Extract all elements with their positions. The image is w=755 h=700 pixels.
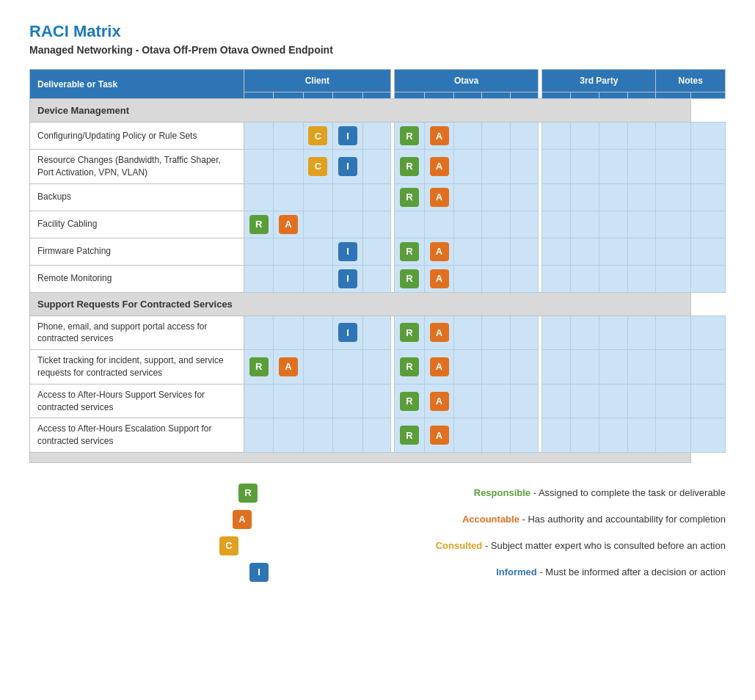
cell-content — [274, 384, 302, 418]
cell-content — [482, 350, 509, 384]
section-label: Support Requests For Contracted Services — [30, 292, 691, 316]
cell-content: R — [395, 316, 423, 350]
badge-A: A — [279, 357, 298, 376]
cell-content — [656, 211, 690, 238]
cell-content — [395, 211, 423, 238]
cell-content: A — [425, 238, 453, 265]
cell-content — [542, 350, 570, 384]
task-name: Access to After-Hours Escalation Support… — [30, 418, 244, 453]
otava-col-2 — [424, 92, 453, 99]
cell-content — [274, 184, 302, 211]
raci-cell — [690, 183, 725, 211]
cell-content — [542, 211, 570, 238]
cell-content — [628, 184, 656, 211]
raci-cell — [244, 150, 273, 184]
cell-content: A — [274, 211, 302, 238]
cell-content — [333, 418, 362, 452]
badge-R: R — [400, 242, 419, 261]
footer-spacer — [30, 452, 691, 462]
cell-content — [542, 316, 570, 350]
badge-A: A — [430, 126, 449, 145]
raci-cell: I — [333, 123, 362, 150]
cell-content — [363, 384, 390, 418]
cell-content — [454, 418, 481, 452]
otava-group-header: Otava — [395, 70, 538, 92]
raci-cell: R — [395, 350, 424, 384]
cell-content — [454, 238, 481, 265]
raci-cell — [454, 123, 482, 150]
cell-content — [571, 123, 599, 149]
raci-cell — [656, 211, 690, 238]
raci-cell — [244, 238, 273, 265]
raci-cell — [362, 150, 390, 184]
raci-cell — [454, 350, 482, 384]
badge-C: C — [308, 157, 327, 176]
raci-cell — [599, 150, 627, 184]
cell-content: I — [333, 266, 362, 292]
page-title: RACI Matrix — [29, 22, 726, 41]
cell-content: R — [244, 350, 273, 384]
raci-cell — [244, 418, 273, 453]
cell-content: R — [395, 238, 423, 265]
raci-cell — [244, 265, 273, 292]
cell-content — [454, 350, 481, 384]
raci-cell — [510, 316, 538, 350]
raci-cell — [656, 265, 690, 292]
cell-content — [628, 211, 656, 238]
badge-I: I — [338, 323, 357, 342]
cell-content — [542, 238, 570, 265]
section-header-row: Device Management — [30, 99, 726, 123]
cell-content — [304, 211, 332, 238]
raci-cell — [244, 183, 273, 211]
raci-cell — [454, 211, 482, 238]
cell-content — [454, 184, 481, 211]
cell-content — [571, 266, 599, 292]
cell-content: A — [425, 384, 453, 418]
cell-content — [482, 184, 509, 211]
cell-content — [542, 384, 570, 418]
raci-cell — [690, 316, 725, 350]
client-col-4 — [333, 92, 362, 99]
legend-text-I: Informed - Must be informed after a deci… — [496, 566, 726, 577]
raci-cell — [571, 238, 599, 265]
raci-cell — [656, 183, 690, 211]
cell-content: C — [304, 123, 332, 149]
raci-cell — [571, 265, 599, 292]
cell-content — [244, 123, 273, 149]
legend-text-A: Accountable - Has authority and accounta… — [462, 514, 726, 525]
badge-A: A — [430, 242, 449, 261]
raci-cell — [542, 150, 571, 184]
cell-content — [511, 266, 538, 292]
cell-content — [244, 150, 273, 183]
client-col-2 — [274, 92, 303, 99]
raci-cell — [454, 238, 482, 265]
legend-badge-A: A — [233, 510, 252, 529]
raci-cell — [454, 316, 482, 350]
cell-content — [599, 418, 627, 452]
badge-A: A — [430, 357, 449, 376]
cell-content — [511, 150, 538, 183]
notes-col-header: Notes — [656, 70, 726, 92]
cell-content — [628, 238, 656, 265]
raci-cell — [542, 316, 571, 350]
raci-cell: R — [395, 238, 424, 265]
raci-cell — [571, 350, 599, 384]
cell-content — [511, 211, 538, 238]
cell-content — [454, 316, 481, 350]
cell-content — [542, 150, 570, 183]
raci-cell: C — [303, 123, 332, 150]
cell-content — [656, 150, 690, 183]
tp-col-1 — [542, 92, 571, 99]
legend-desc-C: - Subject matter expert who is consulted… — [485, 540, 726, 551]
cell-content — [656, 123, 690, 149]
cell-content — [511, 418, 538, 452]
raci-cell — [274, 384, 303, 418]
raci-cell — [690, 384, 725, 418]
raci-cell — [627, 183, 656, 211]
raci-cell — [244, 123, 273, 150]
cell-content — [628, 316, 656, 350]
cell-content — [363, 350, 390, 384]
empty-footer-row — [30, 452, 726, 462]
cell-content — [599, 184, 627, 211]
legend-desc-A: - Has authority and accountability for c… — [522, 514, 726, 525]
